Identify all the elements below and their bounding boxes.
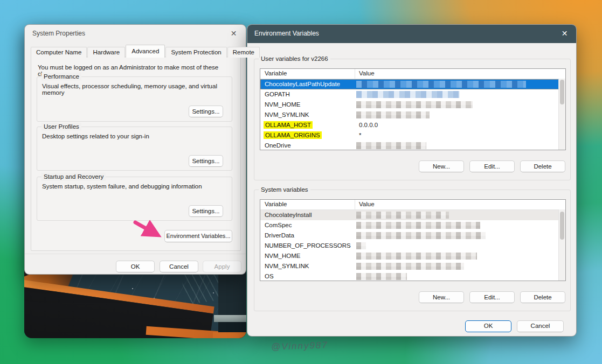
variable-value: 0.0.0.0 (359, 122, 378, 128)
user-profiles-settings-button[interactable]: Settings... (189, 155, 223, 167)
env-var-row[interactable]: OneDrive (260, 141, 565, 150)
system-properties-titlebar[interactable]: System Properties ✕ (25, 25, 246, 42)
variable-name: DriverData (265, 232, 294, 239)
performance-group-label: Performance (41, 73, 81, 81)
system-variables-group: System variables Variable Value Chocolat… (254, 190, 571, 311)
env-var-row[interactable]: NVM_SYMLINK (260, 110, 565, 120)
footer-separator (25, 254, 246, 254)
environment-variables-title: Environment Variables (254, 30, 319, 37)
variable-name: NVM_HOME (265, 101, 300, 108)
user-variables-list[interactable]: Variable Value ChocolateyLastPathUpdateG… (260, 68, 566, 150)
redacted-value (356, 111, 430, 118)
redacted-value (356, 253, 477, 260)
variable-name: OLLAMA_HOST (264, 121, 313, 129)
list-header: Variable Value (260, 200, 565, 210)
environment-variables-button[interactable]: Environment Variables... (164, 230, 232, 242)
column-divider[interactable] (355, 200, 355, 209)
variable-value: * (359, 132, 361, 138)
wallpaper-speckles (132, 288, 133, 289)
user-variables-label: User variables for v2266 (259, 55, 330, 63)
cancel-button[interactable]: Cancel (517, 320, 564, 332)
system-new-button[interactable]: New... (419, 291, 464, 303)
variable-name: ChocolateyLastPathUpdate (265, 81, 340, 87)
user-list-scrollbar[interactable] (558, 79, 565, 150)
performance-description: Visual effects, processor scheduling, me… (42, 83, 225, 96)
close-icon[interactable]: ✕ (552, 29, 577, 38)
env-var-row[interactable]: ComSpec (260, 220, 565, 230)
variable-name: NUMBER_OF_PROCESSORS (265, 242, 351, 249)
system-variables-label: System variables (259, 186, 310, 194)
env-var-row[interactable]: NVM_HOME (260, 100, 565, 110)
system-variables-list[interactable]: Variable Value ChocolateyInstallComSpecD… (260, 199, 566, 281)
variable-column-header[interactable]: Variable (265, 201, 287, 207)
column-divider[interactable] (355, 69, 355, 79)
variable-name: NVM_SYMLINK (265, 263, 309, 269)
tab-advanced[interactable]: Advanced (126, 45, 165, 58)
variable-name: OLLAMA_ORIGINS (264, 131, 322, 139)
performance-settings-button[interactable]: Settings... (189, 106, 223, 117)
redacted-value (356, 263, 464, 270)
env-var-row[interactable]: DriverData (260, 230, 565, 241)
user-profiles-description: Desktop settings related to your sign-in (42, 133, 225, 139)
startup-recovery-settings-button[interactable]: Settings... (189, 205, 223, 217)
apply-button: Apply (203, 261, 241, 272)
system-edit-button[interactable]: Edit... (469, 291, 515, 303)
env-var-row[interactable]: OLLAMA_HOST0.0.0.0 (260, 120, 565, 130)
tab-computer-name[interactable]: Computer Name (31, 47, 87, 58)
ok-button[interactable]: OK (116, 261, 155, 272)
variable-name: NVM_SYMLINK (265, 111, 309, 118)
user-delete-button[interactable]: Delete (520, 160, 565, 172)
env-var-row[interactable]: OS (260, 271, 565, 281)
redacted-value (356, 212, 449, 219)
redacted-value (356, 101, 473, 108)
cancel-button[interactable]: Cancel (160, 261, 198, 272)
close-icon[interactable]: ✕ (222, 29, 246, 38)
list-header: Variable Value (260, 69, 565, 79)
variable-name: OS (265, 273, 274, 279)
environment-variables-titlebar[interactable]: Environment Variables ✕ (247, 24, 577, 43)
performance-group: Performance Visual effects, processor sc… (37, 76, 232, 122)
screenshot-canvas: System Properties ✕ Computer NameHardwar… (0, 0, 602, 364)
environment-variables-dialog: Environment Variables ✕ User variables f… (247, 24, 577, 337)
variable-name: ComSpec (265, 222, 292, 228)
tab-remote[interactable]: Remote (227, 47, 260, 58)
ok-button[interactable]: OK (465, 320, 511, 332)
watermark: @Vinny987 (271, 340, 328, 353)
redacted-value (356, 142, 426, 149)
system-list-scrollbar[interactable] (558, 209, 565, 281)
redacted-value (356, 91, 460, 98)
env-var-row[interactable]: NVM_SYMLINK (260, 261, 565, 271)
env-var-row[interactable]: ChocolateyLastPathUpdate (260, 79, 565, 89)
startup-recovery-description: System startup, system failure, and debu… (42, 183, 225, 190)
variable-name: NVM_HOME (265, 253, 300, 259)
tab-hardware[interactable]: Hardware (87, 47, 125, 58)
user-new-button[interactable]: New... (419, 160, 464, 172)
redacted-value (356, 242, 366, 249)
redacted-value (356, 273, 407, 280)
variable-name: GOPATH (265, 91, 290, 97)
variable-name: OneDrive (265, 142, 291, 149)
env-var-row[interactable]: NVM_HOME (260, 251, 565, 261)
user-edit-button[interactable]: Edit... (469, 160, 515, 172)
user-profiles-group-label: User Profiles (41, 123, 81, 131)
env-var-row[interactable]: OLLAMA_ORIGINS* (260, 130, 565, 141)
env-var-row[interactable]: GOPATH (260, 89, 565, 100)
env-var-row[interactable]: ChocolateyInstall (260, 210, 565, 220)
tab-system-protection[interactable]: System Protection (165, 47, 226, 58)
system-properties-tabstrip: Computer NameHardwareAdvancedSystem Prot… (31, 45, 260, 57)
value-column-header[interactable]: Value (359, 70, 375, 76)
startup-recovery-group: Startup and Recovery System startup, sys… (37, 177, 232, 221)
user-variables-group: User variables for v2266 Variable Value … (254, 59, 571, 180)
redacted-value (356, 222, 480, 229)
variable-name: ChocolateyInstall (265, 212, 312, 218)
startup-recovery-group-label: Startup and Recovery (41, 173, 106, 181)
env-var-row[interactable]: NUMBER_OF_PROCESSORS (260, 241, 565, 251)
system-properties-title: System Properties (32, 30, 85, 37)
scrollbar-thumb[interactable] (560, 80, 564, 104)
system-delete-button[interactable]: Delete (520, 291, 565, 303)
wallpaper-shelf (214, 315, 246, 322)
redacted-value (356, 232, 486, 239)
value-column-header[interactable]: Value (359, 201, 375, 207)
variable-column-header[interactable]: Variable (265, 70, 287, 76)
scrollbar-thumb[interactable] (560, 212, 564, 240)
